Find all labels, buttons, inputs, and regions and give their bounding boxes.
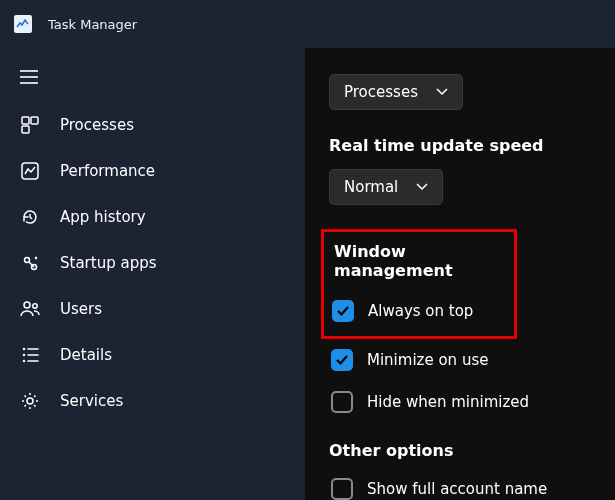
checkbox-unchecked-icon: [331, 391, 353, 413]
svg-point-8: [25, 258, 30, 263]
default-page-select[interactable]: Processes: [329, 74, 463, 110]
history-icon: [20, 207, 40, 227]
settings-panel: Processes Real time update speed Normal …: [305, 48, 615, 500]
checkbox-checked-icon: [332, 300, 354, 322]
sidebar-item-label: Users: [60, 300, 102, 318]
svg-rect-6: [22, 126, 29, 133]
sidebar-item-startup-apps[interactable]: Startup apps: [0, 240, 305, 286]
other-options-group: Other options Show full account name: [329, 441, 595, 500]
always-on-top-row[interactable]: Always on top: [330, 296, 504, 326]
details-icon: [20, 345, 40, 365]
sidebar-item-app-history[interactable]: App history: [0, 194, 305, 240]
chevron-down-icon: [436, 86, 448, 98]
sidebar-item-users[interactable]: Users: [0, 286, 305, 332]
svg-rect-5: [31, 117, 38, 124]
sidebar-item-label: Details: [60, 346, 112, 364]
update-speed-title: Real time update speed: [329, 136, 595, 155]
performance-icon: [20, 161, 40, 181]
svg-point-11: [33, 304, 37, 308]
select-value: Processes: [344, 83, 418, 101]
grid-icon: [20, 115, 40, 135]
update-speed-group: Real time update speed Normal: [329, 136, 595, 205]
services-icon: [20, 391, 40, 411]
sidebar-item-label: App history: [60, 208, 146, 226]
svg-point-10: [24, 302, 30, 308]
hamburger-button[interactable]: [0, 60, 305, 102]
startup-icon: [20, 253, 40, 273]
svg-point-14: [24, 355, 25, 356]
app-title: Task Manager: [48, 17, 137, 32]
svg-rect-4: [22, 117, 29, 124]
checkbox-checked-icon: [331, 349, 353, 371]
users-icon: [20, 299, 40, 319]
sidebar-item-label: Processes: [60, 116, 134, 134]
hide-when-minimized-row[interactable]: Hide when minimized: [329, 387, 595, 417]
checkbox-label: Always on top: [368, 302, 473, 320]
svg-point-12: [24, 349, 25, 350]
select-value: Normal: [344, 178, 398, 196]
sidebar-item-label: Services: [60, 392, 123, 410]
update-speed-select[interactable]: Normal: [329, 169, 443, 205]
minimize-on-use-row[interactable]: Minimize on use: [329, 345, 595, 375]
checkbox-label: Minimize on use: [367, 351, 488, 369]
svg-point-18: [27, 398, 33, 404]
sidebar-item-processes[interactable]: Processes: [0, 102, 305, 148]
checkbox-unchecked-icon: [331, 478, 353, 500]
sidebar-item-details[interactable]: Details: [0, 332, 305, 378]
sidebar-item-performance[interactable]: Performance: [0, 148, 305, 194]
svg-point-16: [24, 361, 25, 362]
sidebar-item-label: Performance: [60, 162, 155, 180]
window-management-title: Window management: [330, 242, 504, 280]
sidebar: Processes Performance App history: [0, 48, 305, 500]
app-icon: [14, 15, 32, 33]
other-options-title: Other options: [329, 441, 595, 460]
checkbox-label: Hide when minimized: [367, 393, 529, 411]
window-management-rest: Minimize on use Hide when minimized: [329, 345, 595, 417]
checkbox-label: Show full account name: [367, 480, 547, 498]
show-full-account-row[interactable]: Show full account name: [329, 474, 595, 500]
chevron-down-icon: [416, 181, 428, 193]
highlight-box: Window management Always on top: [321, 229, 517, 339]
sidebar-item-label: Startup apps: [60, 254, 157, 272]
sidebar-item-services[interactable]: Services: [0, 378, 305, 424]
titlebar: Task Manager: [0, 0, 615, 48]
